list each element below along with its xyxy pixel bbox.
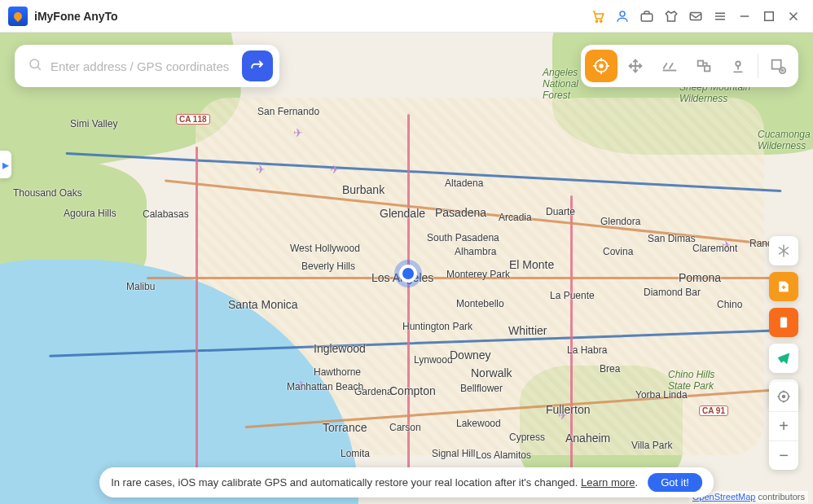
label-hawthorne: Hawthorne bbox=[314, 366, 361, 378]
svg-point-11 bbox=[736, 62, 740, 67]
favorites-button[interactable] bbox=[769, 272, 798, 301]
svg-rect-14 bbox=[780, 318, 787, 327]
label-lynwood: Lynwood bbox=[414, 354, 453, 366]
label-yorba-linda: Yorba Linda bbox=[635, 389, 688, 401]
label-la-puente: La Puente bbox=[550, 290, 595, 301]
app-name: iMyFone AnyTo bbox=[34, 10, 118, 23]
shirt-icon[interactable] bbox=[660, 5, 683, 28]
info-banner: In rare cases, iOS may calibrate GPS and… bbox=[99, 467, 714, 497]
close-icon[interactable] bbox=[782, 5, 805, 28]
label-agoura-hills: Agoura Hills bbox=[64, 208, 116, 219]
svg-rect-12 bbox=[772, 60, 781, 69]
label-simi-valley: Simi Valley bbox=[70, 118, 117, 129]
svg-rect-5 bbox=[765, 11, 774, 20]
zoom-in-button[interactable]: + bbox=[769, 411, 798, 440]
svg-point-18 bbox=[783, 396, 785, 398]
locate-me-button[interactable] bbox=[769, 382, 798, 411]
svg-rect-9 bbox=[698, 61, 703, 66]
import-gpx-button[interactable] bbox=[762, 50, 794, 82]
label-glendale: Glendale bbox=[380, 207, 425, 220]
search-bar bbox=[15, 45, 279, 87]
user-icon[interactable] bbox=[611, 5, 634, 28]
multi-spot-mode-button[interactable] bbox=[688, 50, 720, 82]
cart-icon[interactable] bbox=[587, 5, 609, 28]
joystick-mode-button[interactable] bbox=[722, 50, 754, 82]
search-input[interactable] bbox=[51, 59, 242, 73]
label-signal-hill: Signal Hill bbox=[432, 448, 475, 459]
label-anaheim: Anaheim bbox=[565, 432, 610, 445]
svg-rect-4 bbox=[690, 12, 701, 20]
label-thousand-oaks: Thousand Oaks bbox=[13, 187, 82, 199]
label-glendora: Glendora bbox=[600, 216, 640, 227]
label-brea: Brea bbox=[600, 363, 620, 375]
label-compton: Compton bbox=[389, 384, 436, 397]
label-monterey-park: Monterey Park bbox=[446, 269, 510, 280]
got-it-button[interactable]: Got it! bbox=[648, 473, 702, 492]
label-diamond-bar: Diamond Bar bbox=[644, 287, 701, 298]
label-claremont: Claremont bbox=[692, 243, 737, 254]
share-telegram-button[interactable] bbox=[769, 344, 798, 373]
menu-icon[interactable] bbox=[709, 5, 732, 28]
label-montebello: Montebello bbox=[456, 298, 504, 309]
label-cucamonga: Cucamonga Wilderness bbox=[758, 129, 811, 151]
zoom-controls: + − bbox=[769, 382, 798, 470]
history-button[interactable] bbox=[769, 308, 798, 337]
label-villa-park: Villa Park bbox=[631, 440, 672, 451]
cooldown-icon[interactable] bbox=[769, 236, 798, 265]
svg-point-6 bbox=[30, 59, 39, 68]
label-fullerton: Fullerton bbox=[546, 403, 590, 416]
app-logo-icon bbox=[8, 7, 28, 26]
label-pasadena: Pasadena bbox=[435, 206, 486, 219]
label-pomona: Pomona bbox=[679, 271, 721, 284]
label-duarte: Duarte bbox=[546, 206, 575, 217]
maximize-icon[interactable] bbox=[758, 5, 780, 28]
label-covina: Covina bbox=[603, 246, 633, 257]
learn-more-link[interactable]: Learn more bbox=[581, 476, 635, 489]
label-los-alamitos: Los Alamitos bbox=[476, 449, 531, 461]
label-el-monte: El Monte bbox=[509, 258, 554, 271]
label-burbank: Burbank bbox=[342, 183, 385, 196]
label-south-pasadena: South Pasadena bbox=[427, 232, 499, 243]
label-downey: Downey bbox=[450, 348, 491, 362]
zoom-out-button[interactable]: − bbox=[769, 440, 798, 470]
current-location-marker bbox=[399, 265, 417, 283]
search-go-button[interactable] bbox=[242, 50, 273, 81]
label-manhattan-beach: Manhattan Beach bbox=[287, 381, 363, 392]
jump-teleport-button[interactable] bbox=[619, 50, 652, 82]
label-carson: Carson bbox=[389, 422, 421, 433]
svg-point-0 bbox=[595, 20, 597, 21]
label-calabasas: Calabasas bbox=[143, 208, 189, 220]
svg-rect-3 bbox=[641, 14, 653, 21]
expand-panel-button[interactable]: ▸ bbox=[0, 151, 11, 178]
label-beverly-hills: Beverly Hills bbox=[301, 261, 355, 272]
titlebar: iMyFone AnyTo bbox=[0, 0, 813, 33]
svg-point-2 bbox=[620, 11, 625, 16]
label-chino: Chino bbox=[717, 299, 742, 310]
search-icon bbox=[28, 57, 42, 75]
banner-text: In rare cases, iOS may calibrate GPS and… bbox=[111, 476, 578, 489]
label-alhambra: Alhambra bbox=[455, 246, 496, 257]
two-spot-mode-button[interactable] bbox=[653, 50, 686, 82]
mail-icon[interactable] bbox=[684, 5, 707, 28]
label-santa-monica: Santa Monica bbox=[228, 298, 298, 311]
svg-point-1 bbox=[600, 20, 602, 21]
label-san-dimas: San Dimas bbox=[648, 233, 696, 244]
label-west-hollywood: West Hollywood bbox=[290, 243, 360, 254]
label-cypress: Cypress bbox=[509, 432, 545, 443]
label-inglewood: Inglewood bbox=[314, 342, 366, 355]
label-malibu: Malibu bbox=[126, 281, 155, 292]
label-lakewood: Lakewood bbox=[456, 418, 501, 429]
label-san-fernando: San Fernando bbox=[257, 106, 319, 117]
label-la-habra: La Habra bbox=[567, 344, 607, 356]
label-torrance: Torrance bbox=[323, 421, 367, 434]
teleport-mode-button[interactable] bbox=[585, 50, 617, 82]
shield-ca118: CA 118 bbox=[176, 114, 210, 125]
briefcase-icon[interactable] bbox=[635, 5, 658, 28]
label-norwalk: Norwalk bbox=[471, 366, 512, 379]
label-angeles-forest: Angeles National Forest bbox=[543, 67, 578, 101]
minimize-icon[interactable] bbox=[733, 5, 756, 28]
map-canvas[interactable]: ✈ ✈ ✈ ✈ ✈ ✈ Simi Valley Thousand Oaks Ag… bbox=[0, 33, 813, 504]
label-huntington-park: Huntington Park bbox=[402, 321, 472, 332]
label-arcadia: Arcadia bbox=[499, 212, 532, 223]
label-bellflower: Bellflower bbox=[460, 383, 503, 394]
